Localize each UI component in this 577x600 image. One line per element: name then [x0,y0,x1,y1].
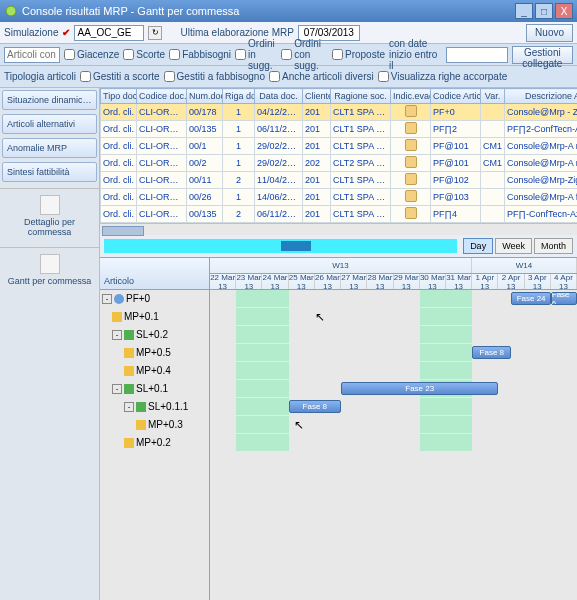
col-codice[interactable]: Codice doc. [137,89,187,104]
tree-label: MP+0.4 [136,365,171,376]
sidebar-item-sintesi[interactable]: Sintesi fattibilità [2,162,97,182]
date-until-input[interactable] [446,47,508,63]
tree-header: Articolo [100,258,209,290]
gantt-icon [40,254,60,274]
date-cell: 30 Mar 13 [420,274,446,289]
date-cell: 28 Mar 13 [367,274,393,289]
expand-icon[interactable]: - [112,330,122,340]
col-articolo[interactable]: Codice Articolo [431,89,481,104]
col-desc[interactable]: Descrizione Articolo [505,89,578,104]
date-cell: 24 Mar 13 [262,274,288,289]
tipologia-label: Tipologia articoli [4,71,76,82]
tree-row[interactable]: -SL+0.1 [100,380,209,398]
chk-ordini-con[interactable]: Ordini con sugg. [281,38,328,71]
status-icon [405,190,417,202]
table-row[interactable]: Ord. cli.CLI-ORDINE00/135106/11/2012201C… [101,121,578,138]
table-row[interactable]: Ord. cli.CLI-ORDINE00/135206/11/2012201C… [101,206,578,223]
mp-icon [124,366,134,376]
simulation-combo[interactable] [74,25,144,41]
col-evadib[interactable]: Indic.evadib. [391,89,431,104]
gantt-bar[interactable]: Fase 8 [289,400,341,413]
cursor-icon: ↖ [294,418,304,432]
table-row[interactable]: Ord. cli.CLI-ORDINE00/26114/06/2012201CL… [101,189,578,206]
sidebar-section-gantt[interactable]: Gantt per commessa [0,247,99,292]
date-cell: 2 Apr 13 [498,274,524,289]
zoom-scrollbar[interactable] [104,239,457,253]
sidebar: Situazione dinamic… Articoli alternativi… [0,88,100,600]
gantt-row [210,362,577,380]
status-icon [405,173,417,185]
expand-icon[interactable]: - [112,384,122,394]
grid-hscroll[interactable] [100,223,577,235]
tree-label: SL+0.2 [136,329,168,340]
tree-row[interactable]: MP+0.5 [100,344,209,362]
new-button[interactable]: Nuovo [526,24,573,42]
gantt-bar[interactable]: Fase 24 [511,292,550,305]
date-cell: 25 Mar 13 [289,274,315,289]
tree-row[interactable]: MP+0.3 [100,416,209,434]
col-cliente[interactable]: Cliente [303,89,331,104]
tree-row[interactable]: MP+0.2 [100,434,209,452]
chk-fabbisogni[interactable]: Fabbisogni [169,49,231,60]
date-cell: 23 Mar 13 [236,274,262,289]
date-cell: 22 Mar 13 [210,274,236,289]
article-filter-input[interactable] [4,47,60,63]
gantt-bar[interactable]: Fase 6 [551,292,577,305]
col-riga[interactable]: Riga doc. [223,89,255,104]
chk-righe[interactable]: Visualizza righe accorpate [378,71,508,82]
status-icon [405,139,417,151]
tree-row[interactable]: -PF+0 [100,290,209,308]
window-title: Console risultati MRP - Gantt per commes… [22,5,515,17]
chk-ordini-in[interactable]: Ordini in sugg. [235,38,277,71]
gantt-bar[interactable]: Fase 8 [472,346,511,359]
mp-icon [124,348,134,358]
chk-gest-fabb[interactable]: Gestiti a fabbisogno [164,71,265,82]
table-row[interactable]: Ord. cli.CLI-ORDINE00/1129/02/2013201CLT… [101,138,578,155]
expand-icon[interactable]: - [124,402,134,412]
sidebar-section-dettaglio[interactable]: Dettaglio per commessa [0,188,99,243]
gantt-row [210,326,577,344]
tree-row[interactable]: -SL+0.1.1 [100,398,209,416]
chk-giacenze[interactable]: Giacenze [64,49,119,60]
col-tipo[interactable]: Tipo doc. [101,89,137,104]
zoom-month[interactable]: Month [534,238,573,254]
mp-icon [136,420,146,430]
zoom-week[interactable]: Week [495,238,532,254]
orders-grid: Tipo doc. Codice doc. Num.doc. Riga doc.… [100,88,577,235]
expand-icon[interactable]: - [102,294,112,304]
col-data[interactable]: Data doc. [255,89,303,104]
chk-proposte[interactable]: Proposte [332,49,385,60]
refresh-icon[interactable]: ↻ [148,26,162,40]
tree-label: MP+0.2 [136,437,171,448]
zoom-day[interactable]: Day [463,238,493,254]
tree-row[interactable]: -SL+0.2 [100,326,209,344]
col-ragione[interactable]: Ragione soc. [331,89,391,104]
linked-button[interactable]: Gestioni collegate [512,46,573,64]
tree-label: MP+0.3 [148,419,183,430]
table-row[interactable]: Ord. cli.CLI-ORDINE00/178104/12/2012201C… [101,104,578,121]
gantt-bar[interactable]: Fase 23 [341,382,498,395]
month-w14: W14 [472,258,577,273]
table-row[interactable]: Ord. cli.CLI-ORDINE00/2129/02/2013202CLT… [101,155,578,172]
table-row[interactable]: Ord. cli.CLI-ORDINE00/11211/04/2012201CL… [101,172,578,189]
sidebar-item-anomalie[interactable]: Anomalie MRP [2,138,97,158]
chk-scorte[interactable]: Scorte [123,49,165,60]
gantt-chart[interactable]: W13 W14 22 Mar 1323 Mar 1324 Mar 1325 Ma… [210,258,577,600]
chk-diversi[interactable]: Anche articoli diversi [269,71,374,82]
tree-label: MP+0.5 [136,347,171,358]
check-icon: ✔ [62,27,70,38]
sidebar-item-alternativi[interactable]: Articoli alternativi [2,114,97,134]
content-area: Tipo doc. Codice doc. Num.doc. Riga doc.… [100,88,577,600]
tree-row[interactable]: MP+0.4 [100,362,209,380]
tree-row[interactable]: MP+0.1 [100,308,209,326]
gantt-tree: Articolo -PF+0MP+0.1-SL+0.2MP+0.5MP+0.4-… [100,258,210,600]
minimize-button[interactable]: _ [515,3,533,19]
toolbar-filters: Giacenze Scorte Fabbisogni Ordini in sug… [0,44,577,66]
chk-gest-scorte[interactable]: Gestiti a scorte [80,71,160,82]
mp-icon [112,312,122,322]
sidebar-item-situazione[interactable]: Situazione dinamic… [2,90,97,110]
close-button[interactable]: X [555,3,573,19]
col-var[interactable]: Var. [481,89,505,104]
col-num[interactable]: Num.doc. [187,89,223,104]
maximize-button[interactable]: □ [535,3,553,19]
